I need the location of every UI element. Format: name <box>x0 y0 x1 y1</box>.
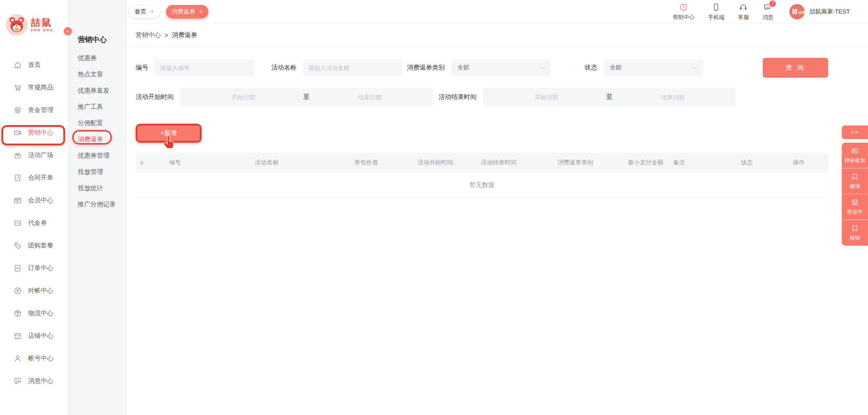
sidebar-item-reconcile[interactable]: 对帐中心 <box>0 280 68 302</box>
groupbuy-tag-icon <box>13 241 23 251</box>
sidebar-item-contract[interactable]: 合同开单 <box>0 167 68 189</box>
start-date-input[interactable] <box>499 94 594 101</box>
end-time-range-picker[interactable]: 至 <box>483 88 736 107</box>
close-icon[interactable]: × <box>199 9 203 15</box>
column-header-no: 编号 <box>165 159 250 167</box>
sidebar-item-label: 对帐中心 <box>28 287 53 295</box>
sidebar-item-home[interactable]: 首页 <box>0 54 68 76</box>
right-rail: >> 押金收款 提现 <box>842 126 868 246</box>
logistics-box-icon <box>13 308 23 318</box>
table-empty-state: 暂无数据 <box>136 173 828 198</box>
column-header-rebate-type: 消费返券类别 <box>553 159 623 167</box>
submenu-item-coupon[interactable]: 优惠券 <box>68 50 126 66</box>
sidebar-item-label: 帐号中心 <box>28 354 53 363</box>
rebate-type-label: 消费返券类别 <box>407 64 445 72</box>
brand-wordmark: 喆鼠 ZHE SHU <box>31 18 54 32</box>
sidebar-item-member[interactable]: VIP 会员中心 <box>0 189 68 212</box>
submenu-item-commission-config[interactable]: 分佣配置 <box>68 115 126 131</box>
end-date-input[interactable] <box>322 94 417 101</box>
contract-icon <box>13 173 23 183</box>
headset-icon <box>738 2 748 12</box>
tab-consume-rebate[interactable]: 消费返券 × <box>166 5 208 19</box>
tab-strip: 首页 × 消费返券 × <box>129 5 208 19</box>
activity-name-input[interactable] <box>303 59 402 76</box>
brand-logo: 喆鼠 ZHE SHU <box>0 0 68 36</box>
submenu-item-hot-articles[interactable]: 热点文章 <box>68 66 126 82</box>
sidebar-collapse-button[interactable]: < <box>64 27 72 35</box>
content-area: 编号 活动名称 消费返券类别 全部 状态 全部 查 询 活动开始时间 <box>127 47 868 198</box>
sidebar-item-label: 会员中心 <box>28 196 53 205</box>
service-label: 客服 <box>738 14 749 21</box>
no-filter-label: 编号 <box>136 64 148 72</box>
brand-name-en: ZHE SHU <box>31 28 54 32</box>
column-header-activity-name: 活动名称 <box>250 159 350 167</box>
bookmark-icon <box>851 173 859 181</box>
submenu-item-consume-rebate[interactable]: 消费返券 <box>68 131 126 147</box>
breadcrumb-parent[interactable]: 营销中心 <box>136 31 161 39</box>
submenu-title: 营销中心 <box>68 35 126 45</box>
user-menu[interactable]: 喆鼠 喆鼠商家-TEST <box>789 4 850 19</box>
submenu-item-delivery-stats[interactable]: 投放统计 <box>68 180 126 196</box>
customer-service-button[interactable]: 客服 <box>738 2 749 21</box>
close-icon[interactable]: × <box>151 9 154 15</box>
breadcrumb-separator: > <box>165 32 168 39</box>
column-header-min-payment: 最小支付金额 <box>623 159 669 167</box>
sidebar-item-groupbuy[interactable]: 团购套餐 <box>0 234 68 257</box>
column-header-coupon-value: 券包价值 <box>350 159 413 167</box>
sidebar-item-message-center[interactable]: 消息中心 <box>0 370 68 392</box>
order-icon <box>13 263 23 273</box>
verify-writeoff-button[interactable]: 核销 <box>842 220 868 246</box>
sidebar-item-store[interactable]: 店铺中心 <box>0 325 68 347</box>
end-date-input[interactable] <box>625 94 720 101</box>
sidebar-item-activity[interactable]: 活动广场 <box>0 144 68 167</box>
sidebar-item-label: 代金券 <box>28 219 47 227</box>
business-status-button[interactable]: 营业中 <box>842 194 868 220</box>
tab-home[interactable]: 首页 × <box>129 5 160 18</box>
deposit-collect-button[interactable]: 押金收款 <box>842 143 868 168</box>
rebate-table: # 编号 活动名称 券包价值 活动开始时间 活动结束时间 消费返券类别 最小支付… <box>136 153 828 198</box>
sidebar-item-label: 活动广场 <box>28 151 53 159</box>
sidebar-item-label: 店铺中心 <box>28 332 53 340</box>
table-header-row: # 编号 活动名称 券包价值 活动开始时间 活动结束时间 消费返券类别 最小支付… <box>136 153 828 173</box>
search-button[interactable]: 查 询 <box>763 58 828 78</box>
sidebar-item-funds[interactable]: 资金管理 <box>0 99 68 121</box>
account-person-icon <box>13 354 23 364</box>
sidebar-item-label: 常规商品 <box>28 84 53 92</box>
shop-icon <box>851 198 859 206</box>
mobile-app-button[interactable]: 手机端 <box>708 2 724 21</box>
filter-row-1: 编号 活动名称 消费返券类别 全部 状态 全部 查 询 <box>136 58 828 78</box>
brand-name-cn: 喆鼠 <box>31 18 54 27</box>
add-new-button[interactable]: +新增 <box>137 126 200 141</box>
help-center-button[interactable]: ? 帮助中心 <box>673 2 694 21</box>
status-select[interactable]: 全部 <box>604 59 703 76</box>
card-icon <box>851 147 859 155</box>
cart-icon <box>13 83 23 93</box>
sidebar-item-orders[interactable]: 订单中心 <box>0 257 68 280</box>
sidebar-item-account[interactable]: 帐号中心 <box>0 347 68 370</box>
no-input[interactable] <box>155 59 254 76</box>
submenu-item-commission-records[interactable]: 推广分佣记录 <box>68 196 126 212</box>
start-time-range-picker[interactable]: 至 <box>180 88 433 107</box>
messages-button[interactable]: 7 消息 <box>762 2 773 21</box>
start-date-input[interactable] <box>196 94 291 101</box>
withdraw-button[interactable]: 提现 <box>842 168 868 194</box>
rail-button-label: 提现 <box>850 183 860 190</box>
rail-expand-button[interactable]: >> <box>842 126 868 139</box>
svg-text:喆鼠: 喆鼠 <box>798 10 805 14</box>
sidebar-item-logistics[interactable]: 物流中心 <box>0 302 68 325</box>
merchant-name: 喆鼠商家-TEST <box>809 8 850 16</box>
mobile-label: 手机端 <box>708 14 724 21</box>
submenu-item-coupon-manage[interactable]: 优惠券管理 <box>68 147 126 163</box>
rebate-type-select[interactable]: 全部 <box>451 59 551 76</box>
tab-label: 消费返券 <box>172 8 195 16</box>
submenu-item-coupon-direct[interactable]: 优惠券直发 <box>68 82 126 98</box>
submenu-item-promo-tools[interactable]: 推广工具 <box>68 98 126 115</box>
submenu-item-delivery-manage[interactable]: 投放管理 <box>68 163 126 180</box>
column-header-remark: 备注 <box>669 159 736 167</box>
store-icon <box>13 331 23 341</box>
sidebar-item-voucher[interactable]: 代金券 <box>0 212 68 234</box>
sidebar-item-products[interactable]: 常规商品 <box>0 76 68 99</box>
sidebar-item-label: 首页 <box>28 61 41 69</box>
sidebar-item-marketing[interactable]: 营销中心 <box>0 121 68 144</box>
reconcile-yen-icon <box>13 286 23 296</box>
